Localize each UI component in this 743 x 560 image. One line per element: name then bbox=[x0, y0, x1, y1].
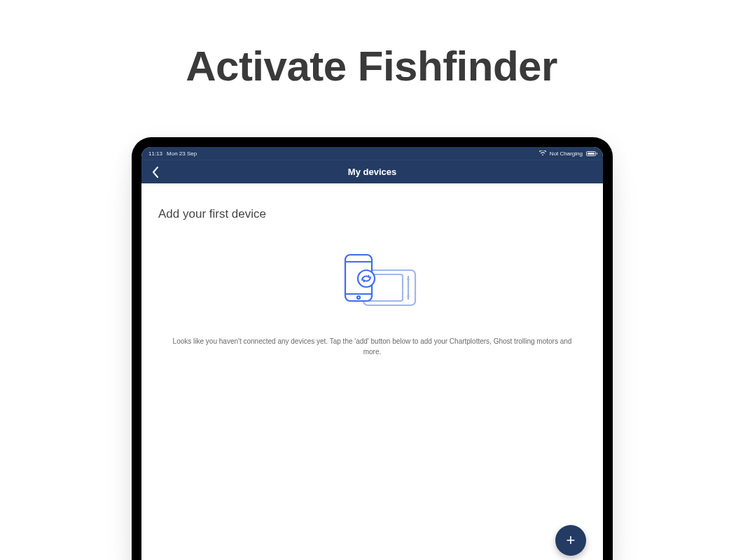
nav-bar: My devices bbox=[141, 160, 603, 183]
status-time: 11:13 bbox=[148, 150, 162, 157]
tablet-bezel: 11:13 Mon 23 Sep Not Charging M bbox=[132, 137, 613, 560]
wifi-icon bbox=[539, 150, 546, 156]
add-device-button[interactable]: + bbox=[555, 525, 586, 556]
content-description: Looks like you haven't connected any dev… bbox=[158, 336, 586, 357]
status-bar: 11:13 Mon 23 Sep Not Charging bbox=[141, 147, 603, 160]
svg-point-9 bbox=[358, 270, 375, 287]
hero-title: Activate Fishfinder bbox=[0, 42, 743, 90]
nav-title: My devices bbox=[141, 167, 603, 177]
plus-icon: + bbox=[567, 533, 576, 548]
svg-point-4 bbox=[407, 295, 410, 298]
back-button[interactable] bbox=[141, 160, 169, 183]
content-area: Add your first device bbox=[141, 183, 603, 560]
status-date: Mon 23 Sep bbox=[167, 150, 197, 157]
device-sync-illustration bbox=[320, 246, 425, 316]
battery-icon bbox=[586, 151, 596, 156]
status-left: 11:13 Mon 23 Sep bbox=[148, 150, 197, 157]
status-charging-label: Not Charging bbox=[550, 150, 583, 157]
illustration-wrap bbox=[158, 246, 586, 316]
tablet-screen: 11:13 Mon 23 Sep Not Charging M bbox=[141, 147, 603, 560]
chevron-left-icon bbox=[152, 167, 159, 178]
content-heading: Add your first device bbox=[158, 207, 586, 221]
status-right: Not Charging bbox=[539, 150, 596, 157]
svg-point-3 bbox=[407, 278, 410, 281]
page-root: Activate Fishfinder 11:13 Mon 23 Sep Not… bbox=[0, 0, 743, 560]
